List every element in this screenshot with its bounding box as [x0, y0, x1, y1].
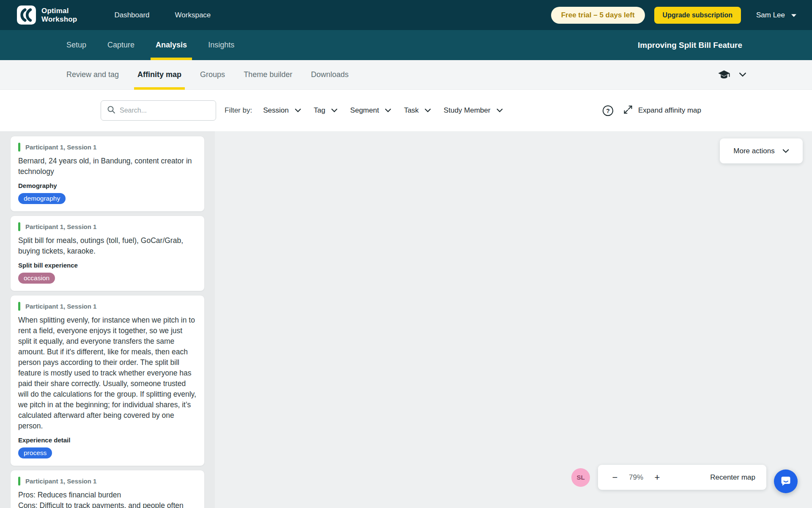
note-tags: demography — [18, 193, 197, 204]
chevron-down-icon — [425, 108, 431, 113]
participant-accent-bar — [18, 143, 20, 152]
filter-dropdowns: Session Tag Segment Task Study Member — [254, 106, 502, 115]
note-header: Participant 1, Session 1 — [18, 222, 197, 231]
tab-downloads[interactable]: Downloads — [311, 60, 348, 89]
note-tags: occasion — [18, 273, 197, 284]
tab-affinity-map[interactable]: Affinity map — [137, 60, 181, 89]
more-actions-button[interactable]: More actions — [720, 138, 803, 163]
caret-down-icon — [791, 11, 797, 19]
chat-bubble-icon — [779, 475, 792, 489]
participant-label: Participant 1, Session 1 — [25, 303, 96, 310]
filter-study-member[interactable]: Study Member — [431, 106, 503, 115]
note-text: Pros: Reduces financial burden Cons: Dif… — [18, 490, 197, 508]
user-name: Sam Lee — [756, 11, 785, 19]
svg-text:?: ? — [606, 107, 610, 114]
participant-label: Participant 1, Session 1 — [25, 223, 96, 230]
note-theme-label: Split bill experience — [18, 262, 197, 269]
note-header: Participant 1, Session 1 — [18, 302, 197, 311]
filter-segment[interactable]: Segment — [337, 106, 391, 115]
project-tabs: Setup Capture Analysis Insights — [66, 30, 234, 60]
filter-by-label: Filter by: — [225, 106, 252, 115]
tab-capture[interactable]: Capture — [107, 30, 134, 60]
tag-pill: process — [18, 447, 52, 458]
tab-insights[interactable]: Insights — [208, 30, 234, 60]
notes-column: Participant 1, Session 1Bernard, 24 year… — [10, 136, 205, 508]
filter-row: Filter by: Session Tag Segment Task Stud… — [0, 90, 812, 131]
filter-tag[interactable]: Tag — [301, 106, 337, 115]
note-theme-label: Experience detail — [18, 436, 197, 444]
tab-setup[interactable]: Setup — [66, 30, 86, 60]
project-bar: Setup Capture Analysis Insights Improvin… — [0, 30, 812, 60]
note-text: Split bill for meals, outings (toll, fue… — [18, 235, 197, 257]
tab-row-right — [718, 70, 746, 80]
note-tags: process — [18, 447, 197, 458]
user-menu[interactable]: Sam Lee — [756, 11, 797, 19]
avatar[interactable]: SL — [571, 468, 590, 487]
note-theme-label: Demography — [18, 182, 197, 189]
nav-dashboard[interactable]: Dashboard — [114, 11, 149, 19]
zoom-in-button[interactable]: + — [650, 470, 665, 485]
nav-workspace[interactable]: Workspace — [175, 11, 211, 19]
note-card[interactable]: Participant 1, Session 1Split bill for m… — [10, 215, 205, 291]
participant-accent-bar — [18, 222, 20, 231]
tab-groups[interactable]: Groups — [200, 60, 225, 89]
chevron-down-icon — [295, 108, 301, 113]
zoom-bar: − 79% + Recenter map — [598, 465, 766, 490]
chevron-down-icon[interactable] — [739, 72, 746, 77]
note-card[interactable]: Participant 1, Session 1Bernard, 24 year… — [10, 136, 205, 212]
top-bar-right: Free trial – 5 days left Upgrade subscri… — [551, 7, 797, 24]
expand-icon — [623, 105, 633, 116]
expand-affinity-map[interactable]: Expand affinity map — [623, 105, 701, 116]
tag-pill: demography — [18, 193, 66, 204]
filter-task[interactable]: Task — [391, 106, 431, 115]
filter-row-right: ? Expand affinity map — [602, 105, 701, 116]
chevron-down-icon — [331, 108, 337, 113]
participant-label: Participant 1, Session 1 — [25, 478, 96, 485]
chat-launcher-button[interactable] — [774, 469, 798, 493]
chevron-down-icon — [385, 108, 391, 113]
affinity-map-canvas[interactable]: Participant 1, Session 1Bernard, 24 year… — [0, 131, 812, 508]
note-header: Participant 1, Session 1 — [18, 477, 197, 486]
tab-review-and-tag[interactable]: Review and tag — [66, 60, 119, 89]
note-header: Participant 1, Session 1 — [18, 143, 197, 152]
participant-accent-bar — [18, 477, 20, 486]
free-trial-badge[interactable]: Free trial – 5 days left — [551, 7, 645, 24]
search-box — [101, 100, 216, 121]
brand[interactable]: OptimalWorkshop — [17, 6, 77, 25]
tag-pill: occasion — [18, 273, 55, 284]
zoom-level: 79% — [623, 473, 650, 482]
note-text: When splitting evenly, for instance when… — [18, 315, 197, 431]
tab-analysis[interactable]: Analysis — [156, 30, 187, 60]
chevron-down-icon — [782, 149, 789, 153]
affinity-map-app: OptimalWorkshop Dashboard Workspace Free… — [0, 0, 812, 508]
filter-session[interactable]: Session — [254, 106, 301, 115]
top-bar: OptimalWorkshop Dashboard Workspace Free… — [0, 0, 812, 30]
optimal-workshop-logo-icon — [17, 6, 36, 25]
analysis-tab-row: Review and tag Affinity map Groups Theme… — [0, 60, 812, 90]
participant-label: Participant 1, Session 1 — [25, 144, 96, 151]
search-input[interactable] — [120, 107, 210, 114]
tab-theme-builder[interactable]: Theme builder — [244, 60, 292, 89]
upgrade-subscription-button[interactable]: Upgrade subscription — [654, 7, 741, 24]
participant-accent-bar — [18, 302, 20, 311]
search-icon — [107, 105, 115, 116]
analysis-tabs: Review and tag Affinity map Groups Theme… — [66, 60, 348, 89]
brand-name: OptimalWorkshop — [41, 7, 77, 24]
top-nav: Dashboard Workspace — [114, 11, 211, 19]
project-title: Improving Split Bill Feature — [638, 41, 742, 50]
note-card[interactable]: Participant 1, Session 1Pros: Reduces fi… — [10, 470, 205, 508]
map-controls: SL − 79% + Recenter map — [571, 465, 766, 490]
note-card[interactable]: Participant 1, Session 1When splitting e… — [10, 295, 205, 466]
zoom-out-button[interactable]: − — [607, 470, 623, 485]
note-text: Bernard, 24 years old, in Bandung, conte… — [18, 156, 197, 177]
graduation-cap-icon[interactable] — [718, 70, 730, 80]
chevron-down-icon — [497, 108, 503, 113]
recenter-map-button[interactable]: Recenter map — [710, 473, 755, 482]
help-icon[interactable]: ? — [602, 105, 614, 116]
